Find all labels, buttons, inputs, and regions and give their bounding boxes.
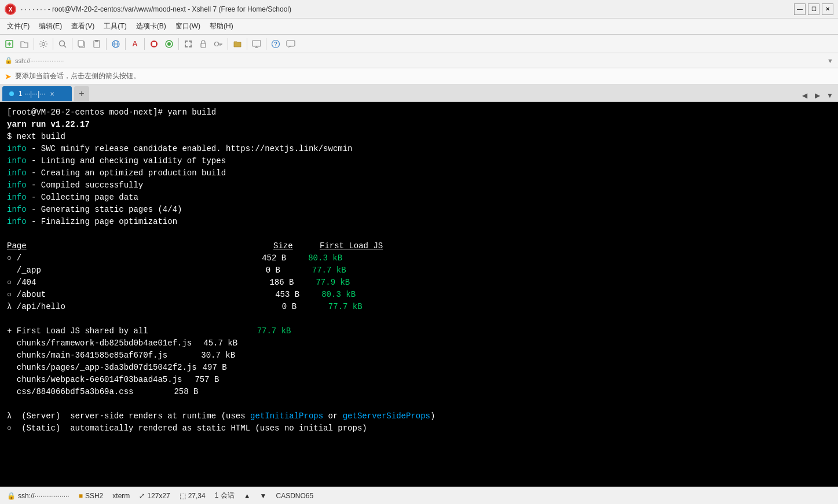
tab-nav-right[interactable]: ▶	[811, 90, 823, 101]
search-btn[interactable]	[56, 37, 69, 51]
font-btn[interactable]: A	[128, 37, 142, 51]
svg-rect-16	[152, 42, 156, 46]
table-row-about: ○ /about 453 B 80.3 kB	[7, 289, 831, 301]
help-btn[interactable]: ?	[269, 37, 283, 51]
menu-help[interactable]: 帮助(H)	[205, 20, 238, 32]
toolbar-sep-9	[247, 38, 247, 50]
toolbar-sep-4	[106, 38, 107, 50]
window-controls: — ☐ ✕	[794, 3, 833, 15]
tab-label: 1 ···|···|···	[19, 90, 45, 98]
paste-btn[interactable]	[90, 37, 104, 51]
toolbar-sep-8	[228, 38, 228, 50]
active-tab[interactable]: 1 ···|···|··· ✕	[2, 86, 72, 101]
status-encoding-text: CASDNO65	[276, 492, 314, 500]
lock-btn[interactable]	[196, 37, 210, 51]
key-btn[interactable]	[211, 37, 225, 51]
toolbar-sep-10	[266, 38, 266, 50]
menu-file[interactable]: 文件(F)	[2, 20, 34, 32]
chunk-5: css/884066bdf5a3b69a.css 258 B	[7, 386, 831, 398]
svg-rect-9	[78, 41, 83, 46]
status-terminal-text: xterm	[112, 492, 130, 500]
info-line-1: info - SWC minify release candidate enab…	[7, 143, 831, 155]
minimize-button[interactable]: —	[794, 3, 806, 15]
tab-nav-dropdown[interactable]: ▼	[824, 90, 836, 101]
menu-view[interactable]: 查看(V)	[67, 20, 99, 32]
chunk-4: chunks/webpack-6e6014f03baad4a5.js 757 B	[7, 374, 831, 386]
chat-btn[interactable]	[284, 37, 298, 51]
scroll-down-icon[interactable]: ▼	[260, 492, 267, 500]
status-sessions: 1 会话	[215, 491, 235, 501]
chunk-3: chunks/pages/_app-3da3bd07d15042f2.js 49…	[7, 362, 831, 374]
shared-line: + First Load JS shared by all 77.7 kB	[7, 325, 831, 337]
address-text: ssh://···················	[15, 57, 825, 64]
folder-btn[interactable]	[230, 37, 244, 51]
monitor-btn[interactable]	[250, 37, 264, 51]
info-line-7: info - Finalizing page optimization	[7, 216, 831, 228]
status-scroll-up[interactable]: ▲	[244, 492, 251, 500]
svg-point-6	[60, 41, 65, 46]
title-bar: X · · · · · · · - root@VM-20-2-centos:/v…	[0, 0, 838, 19]
maximize-button[interactable]: ☐	[808, 3, 819, 15]
status-size: ⤢ 127x27	[139, 492, 170, 500]
address-bar: 🔒 ssh://··················· ▼	[0, 53, 838, 68]
globe-btn[interactable]	[109, 37, 123, 51]
info-line-4: info - Compiled successfully	[7, 179, 831, 192]
toolbar: A ?	[0, 35, 838, 53]
svg-point-5	[42, 42, 45, 45]
status-bar: 🔒 ssh://·················· ■ SSH2 xterm …	[0, 487, 838, 504]
status-protocol-text: SSH2	[85, 492, 103, 500]
table-row-api: λ /api/hello 0 B 77.7 kB	[7, 301, 831, 313]
status-cursor-icon: ⬚	[180, 492, 186, 500]
toolbar-sep-6	[144, 38, 145, 50]
menu-tabs[interactable]: 选项卡(B)	[131, 20, 171, 32]
output-line-2: $ next build	[7, 131, 831, 143]
toolbar-sep-2	[53, 38, 53, 50]
toolbar-sep-3	[72, 38, 72, 50]
status-host-text: ssh://··················	[18, 492, 69, 500]
info-line-6: info - Generating static pages (4/4)	[7, 204, 831, 216]
tab-navigation: ◀ ▶ ▼	[799, 90, 836, 101]
session-warning-icon: ➤	[5, 72, 12, 81]
toolbar-sep-5	[125, 38, 126, 50]
terminal[interactable]: [root@VM-20-2-centos mood-next]# yarn bu…	[0, 102, 838, 487]
menu-bar: 文件(F) 编辑(E) 查看(V) 工具(T) 选项卡(B) 窗口(W) 帮助(…	[0, 19, 838, 35]
chunk-2: chunks/main-3641585e85af670f.js 30.7 kB	[7, 350, 831, 362]
scroll-up-icon[interactable]: ▲	[244, 492, 251, 500]
tab-nav-left[interactable]: ◀	[799, 90, 810, 101]
menu-tools[interactable]: 工具(T)	[99, 20, 131, 32]
session-bar: ➤ 要添加当前会话，点击左侧的箭头按钮。	[0, 68, 838, 84]
svg-rect-11	[95, 40, 98, 42]
tab-bar: 1 ···|···|··· ✕ + ◀ ▶ ▼	[0, 84, 838, 102]
open-btn[interactable]	[17, 37, 31, 51]
svg-rect-29	[287, 41, 295, 46]
toolbar-sep-7	[178, 38, 179, 50]
menu-window[interactable]: 窗口(W)	[171, 20, 205, 32]
info-line-3: info - Creating an optimized production …	[7, 167, 831, 179]
chunk-1: chunks/framework-db825bd0b4ae01ef.js 45.…	[7, 337, 831, 350]
tab-close-btn[interactable]: ✕	[50, 91, 54, 97]
stop-btn[interactable]	[147, 37, 161, 51]
svg-text:?: ?	[274, 41, 277, 47]
status-terminal: xterm	[112, 492, 130, 500]
menu-edit[interactable]: 编辑(E)	[34, 20, 67, 32]
copy-btn[interactable]	[75, 37, 89, 51]
expand-btn[interactable]	[181, 37, 195, 51]
session-text: 要添加当前会话，点击左侧的箭头按钮。	[15, 71, 140, 81]
svg-rect-24	[253, 41, 261, 46]
svg-point-18	[167, 42, 171, 46]
tab-status-dot	[9, 91, 14, 96]
legend-static: ○ (Static) automatically rendered as sta…	[7, 422, 831, 435]
settings-btn[interactable]	[36, 37, 50, 51]
status-scroll-down[interactable]: ▼	[260, 492, 267, 500]
address-dropdown-icon[interactable]: ▼	[827, 57, 833, 64]
info-line-2: info - Linting and checking validity of …	[7, 155, 831, 167]
status-host-icon: 🔒	[7, 492, 16, 500]
close-button[interactable]: ✕	[822, 3, 833, 15]
prompt-line: [root@VM-20-2-centos mood-next]# yarn bu…	[7, 106, 831, 119]
toolbar-sep-1	[34, 38, 34, 50]
new-session-btn[interactable]	[2, 37, 16, 51]
tab-add-btn[interactable]: +	[74, 86, 89, 101]
legend-server: λ (Server) server-side renders at runtim…	[7, 410, 831, 422]
record-btn[interactable]	[162, 37, 176, 51]
status-sessions-text: 1 会话	[215, 491, 235, 501]
